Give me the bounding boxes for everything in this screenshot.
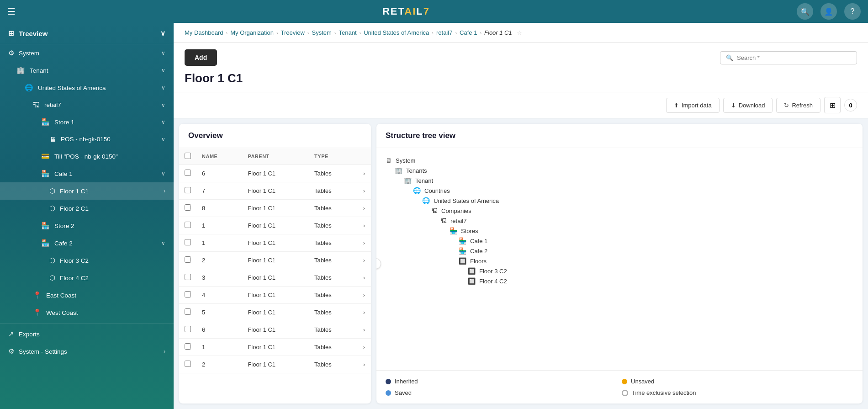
sidebar-item-cafe1[interactable]: 🏪 Cafe 1 ∨ — [0, 165, 174, 182]
tree-node-5[interactable]: 🏗 Companies — [386, 206, 853, 216]
breadcrumb-sep-3: › — [334, 30, 336, 36]
tree-node-6[interactable]: 🏗 retail7 — [386, 216, 853, 226]
sidebar-item-eastcoast[interactable]: 📍 East Coast — [0, 287, 174, 304]
sidebar-item-till[interactable]: 💳 Till "POS - nb-gk-0150" — [0, 148, 174, 165]
tree-node-0[interactable]: 🖥 System — [386, 155, 853, 165]
tree-node-12[interactable]: 🔲 Floor 4 C2 — [386, 276, 853, 286]
row-checkbox-1[interactable] — [185, 187, 191, 193]
westcoast-icon: 📍 — [33, 308, 42, 317]
table-row: 1 Floor 1 C1 Tables › — [179, 217, 371, 234]
breadcrumb-sep-1: › — [276, 30, 278, 36]
row-arrow-6[interactable]: › — [357, 269, 371, 287]
sidebar-usa-label: United States of America — [38, 85, 106, 91]
row-arrow-4[interactable]: › — [357, 234, 371, 252]
table-row: 4 Floor 1 C1 Tables › — [179, 287, 371, 304]
sidebar-item-system[interactable]: ⚙ System ∨ — [0, 44, 174, 62]
breadcrumb-star-icon[interactable]: ☆ — [517, 29, 522, 36]
row-checkbox-9[interactable] — [185, 326, 191, 332]
refresh-button[interactable]: ↻ Refresh — [776, 98, 820, 113]
tree-node-2[interactable]: 🏢 Tenant — [386, 175, 853, 186]
breadcrumb-tenant[interactable]: Tenant — [339, 29, 357, 36]
tree-label-2: Tenant — [415, 177, 433, 184]
search-input[interactable] — [737, 54, 851, 61]
import-data-button[interactable]: ⬆ Import data — [666, 98, 720, 113]
sidebar-item-pos[interactable]: 🖥 POS - nb-gk-0150 ∨ — [0, 131, 174, 148]
row-checkbox-2[interactable] — [185, 204, 191, 211]
sidebar-item-cafe2[interactable]: 🏪 Cafe 2 ∨ — [0, 234, 174, 252]
breadcrumb-retail7[interactable]: retail7 — [436, 29, 452, 36]
row-checkbox-3[interactable] — [185, 222, 191, 228]
tree-label-0: System — [396, 157, 415, 164]
row-checkbox-5[interactable] — [185, 256, 191, 263]
sidebar-chevron-icon[interactable]: ∨ — [160, 29, 165, 37]
overview-panel: Overview NAME PARENT TYPE — [179, 124, 371, 404]
download-icon: ⬇ — [731, 102, 736, 109]
breadcrumb-treeview[interactable]: Treeview — [281, 29, 305, 36]
tree-node-1[interactable]: 🏢 Tenants — [386, 165, 853, 175]
row-checkbox-7[interactable] — [185, 291, 191, 297]
select-all-checkbox[interactable] — [185, 153, 191, 159]
download-button[interactable]: ⬇ Download — [723, 98, 773, 113]
row-arrow-10[interactable]: › — [357, 339, 371, 356]
sidebar-item-floor4c2[interactable]: ⬡ Floor 4 C2 — [0, 269, 174, 287]
breadcrumb-org[interactable]: My Organization — [230, 29, 274, 36]
breadcrumb-usa[interactable]: United States of America — [364, 29, 429, 36]
tree-label-11: Floor 3 C2 — [479, 268, 507, 275]
saved-label: Saved — [395, 389, 412, 396]
add-button[interactable]: Add — [185, 49, 217, 66]
search-nav-icon[interactable]: 🔍 — [797, 3, 813, 20]
sidebar-item-westcoast[interactable]: 📍 West Coast — [0, 304, 174, 321]
sidebar-item-exports[interactable]: ↗ Exports — [0, 325, 174, 343]
tree-node-4[interactable]: 🌐 United States of America — [386, 196, 853, 206]
sidebar-item-floor3c2[interactable]: ⬡ Floor 3 C2 — [0, 252, 174, 269]
sidebar-item-tenant[interactable]: 🏢 Tenant ∨ — [0, 62, 174, 79]
tree-node-3[interactable]: 🌐 Countries — [386, 186, 853, 196]
sidebar-item-usa[interactable]: 🌐 United States of America ∨ — [0, 79, 174, 96]
tree-node-11[interactable]: 🔲 Floor 3 C2 — [386, 266, 853, 276]
sidebar-item-floor1c1[interactable]: ⬡ Floor 1 C1 › — [0, 182, 174, 200]
hamburger-icon[interactable]: ☰ — [7, 6, 16, 17]
system-chevron-icon: ∨ — [161, 50, 165, 56]
row-type-8: Tables — [309, 304, 357, 321]
row-checkbox-0[interactable] — [185, 170, 191, 176]
search-box: 🔍 — [720, 51, 857, 64]
row-arrow-1[interactable]: › — [357, 182, 371, 200]
tree-label-5: Companies — [441, 207, 471, 214]
user-nav-icon[interactable]: 👤 — [820, 3, 837, 20]
sidebar-floor2c1-label: Floor 2 C1 — [60, 205, 89, 212]
breadcrumb-dashboard[interactable]: My Dashboard — [185, 29, 223, 36]
row-checkbox-11[interactable] — [185, 361, 191, 367]
row-checkbox-8[interactable] — [185, 308, 191, 315]
row-arrow-11[interactable]: › — [357, 356, 371, 373]
sidebar-pos-label: POS - nb-gk-0150 — [61, 136, 111, 143]
row-checkbox-6[interactable] — [185, 274, 191, 280]
row-checkbox-cell — [179, 269, 196, 287]
tree-node-9[interactable]: 🏪 Cafe 2 — [386, 246, 853, 256]
row-arrow-9[interactable]: › — [357, 321, 371, 339]
row-arrow-7[interactable]: › — [357, 287, 371, 304]
row-arrow-2[interactable]: › — [357, 200, 371, 217]
filter-button[interactable]: ⊞ — [824, 97, 841, 113]
sidebar-floor4c2-label: Floor 4 C2 — [60, 275, 89, 282]
sidebar-item-retail7[interactable]: 🏗 retail7 ∨ — [0, 96, 174, 113]
row-arrow-5[interactable]: › — [357, 252, 371, 269]
row-arrow-3[interactable]: › — [357, 217, 371, 234]
row-type-11: Tables — [309, 356, 357, 373]
sidebar-item-store2[interactable]: 🏪 Store 2 — [0, 217, 174, 234]
row-checkbox-10[interactable] — [185, 343, 191, 350]
breadcrumb-cafe1[interactable]: Cafe 1 — [460, 29, 477, 36]
tree-node-8[interactable]: 🏪 Cafe 1 — [386, 236, 853, 246]
tree-node-7[interactable]: 🏪 Stores — [386, 226, 853, 236]
tree-node-10[interactable]: 🔲 Floors — [386, 256, 853, 266]
row-name-5: 2 — [196, 252, 242, 269]
sidebar-item-system-settings[interactable]: ⚙ System - Settings › — [0, 343, 174, 360]
sidebar-item-floor2c1[interactable]: ⬡ Floor 2 C1 — [0, 200, 174, 217]
cafe2-chevron-icon: ∨ — [161, 240, 165, 246]
table-row: 2 Floor 1 C1 Tables › — [179, 252, 371, 269]
help-nav-icon[interactable]: ? — [844, 3, 861, 20]
row-arrow-8[interactable]: › — [357, 304, 371, 321]
sidebar-item-store1[interactable]: 🏪 Store 1 ∨ — [0, 113, 174, 131]
breadcrumb-system[interactable]: System — [312, 29, 331, 36]
row-checkbox-4[interactable] — [185, 239, 191, 245]
row-arrow-0[interactable]: › — [357, 165, 371, 182]
